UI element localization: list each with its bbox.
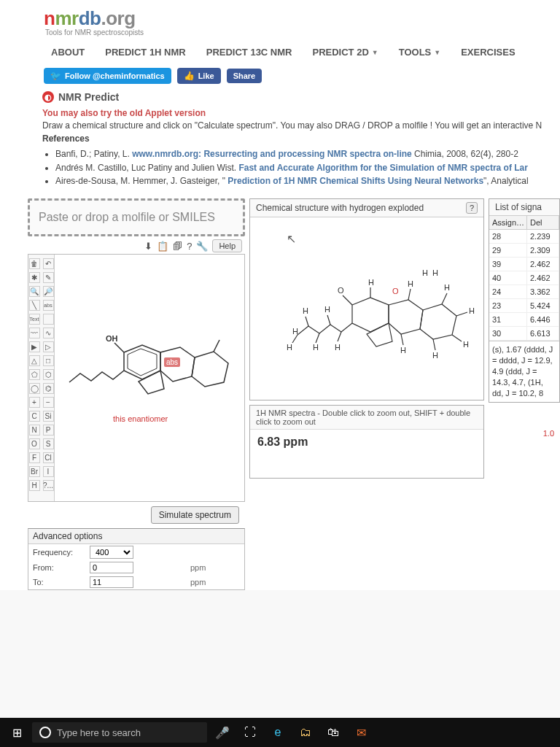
editor-toolbar: 🗑↶ ✱✎ 🔍🔎 ╲abs Text 〰∿ ▶▷ △□ ⬠⬡ ◯⌬ +− CSi… bbox=[28, 255, 55, 501]
pentagon-icon[interactable]: ⬠ bbox=[29, 369, 40, 380]
ref-link-3[interactable]: Prediction of 1H NMR Chemical Shifts Usi… bbox=[228, 176, 483, 186]
help-icon[interactable]: ? bbox=[187, 241, 192, 252]
site-logo[interactable]: nmrdb.org bbox=[44, 7, 144, 30]
nav-tools[interactable]: TOOLS▼ bbox=[399, 47, 440, 58]
copy-icon[interactable]: 🗐 bbox=[173, 241, 182, 252]
hexagon-icon[interactable]: ⬡ bbox=[43, 369, 54, 380]
atom-cl[interactable]: Cl bbox=[43, 452, 54, 463]
plus-icon[interactable]: + bbox=[29, 397, 40, 408]
atom-o[interactable]: O bbox=[29, 438, 40, 449]
svg-line-14 bbox=[452, 335, 462, 341]
svg-text:H: H bbox=[287, 343, 292, 352]
atom-s[interactable]: S bbox=[43, 438, 54, 449]
old-applet-link[interactable]: You may also try the old Applet version bbox=[42, 108, 206, 118]
signals-title: List of signa bbox=[495, 202, 542, 212]
integral-label: 1.0 bbox=[489, 407, 560, 441]
nav-exercises[interactable]: EXERCISES bbox=[461, 47, 515, 58]
chain-tool[interactable]: 〰 bbox=[29, 328, 40, 338]
nav-predict-13c[interactable]: PREDICT 13C NMR bbox=[206, 47, 292, 58]
triangle-tool[interactable]: ▷ bbox=[43, 341, 54, 352]
abs-tool[interactable]: abs bbox=[43, 300, 54, 311]
up-triangle-icon[interactable]: △ bbox=[29, 355, 40, 366]
svg-text:H: H bbox=[313, 343, 319, 352]
svg-text:H: H bbox=[432, 351, 438, 360]
signals-table-body: 282.239292.309392.462402.462243.362235.4… bbox=[489, 230, 559, 341]
signals-table-header: Assign… Del bbox=[489, 216, 559, 230]
col-assign[interactable]: Assign… bbox=[489, 216, 527, 229]
clipboard-icon[interactable]: 📋 bbox=[157, 241, 168, 252]
nav-about[interactable]: ABOUT bbox=[51, 47, 85, 58]
exploded-title: Chemical structure with hydrogen explode… bbox=[256, 203, 424, 213]
atom-n[interactable]: N bbox=[29, 425, 40, 436]
svg-text:O: O bbox=[338, 286, 344, 295]
text-tool[interactable]: Text bbox=[29, 314, 40, 325]
table-row[interactable]: 292.309 bbox=[489, 244, 559, 258]
svg-text:H: H bbox=[292, 327, 298, 336]
main-nav: ABOUT PREDICT 1H NMR PREDICT 13C NMR PRE… bbox=[0, 36, 560, 65]
heptagon-icon[interactable]: ◯ bbox=[29, 383, 40, 394]
col-delta[interactable]: Del bbox=[527, 216, 559, 229]
bond-tool[interactable]: ╲ bbox=[29, 300, 40, 311]
minus-icon[interactable]: − bbox=[43, 397, 54, 408]
atom-si[interactable]: Si bbox=[43, 411, 54, 422]
svg-marker-8 bbox=[420, 304, 456, 339]
help-icon[interactable]: ? bbox=[466, 202, 478, 214]
download-icon[interactable]: ⬇ bbox=[144, 241, 152, 252]
frequency-label: Frequency: bbox=[33, 548, 84, 557]
dropzone-placeholder: Paste or drop a molfile or SMILES bbox=[39, 211, 215, 224]
wave-tool[interactable]: ∿ bbox=[43, 328, 54, 338]
nav-predict-1h[interactable]: PREDICT 1H NMR bbox=[105, 47, 186, 58]
frequency-select[interactable]: 400 bbox=[90, 546, 133, 559]
benzene-icon[interactable]: ⌬ bbox=[43, 383, 54, 394]
trash-icon[interactable]: 🗑 bbox=[29, 258, 40, 269]
triangle-up-tool[interactable]: ▶ bbox=[29, 341, 40, 352]
ref-link-2[interactable]: Fast and Accurate Algorithm for the Simu… bbox=[238, 163, 528, 173]
svg-line-15 bbox=[433, 339, 435, 350]
thumbs-up-icon: 👍 bbox=[184, 71, 195, 81]
svg-text:H: H bbox=[368, 278, 374, 287]
atom-i[interactable]: I bbox=[43, 466, 54, 477]
to-input[interactable] bbox=[90, 576, 133, 588]
zoom-in-icon[interactable]: 🔍 bbox=[29, 286, 40, 297]
simulate-button[interactable]: Simulate spectrum bbox=[151, 506, 239, 524]
from-input[interactable] bbox=[90, 562, 133, 573]
atom-p[interactable]: P bbox=[43, 425, 54, 436]
atom-more[interactable]: ?... bbox=[43, 480, 54, 491]
help-button[interactable]: Help bbox=[212, 239, 242, 252]
undo-icon[interactable]: ↶ bbox=[43, 258, 54, 269]
ppm-readout: 6.83 ppm bbox=[250, 430, 483, 478]
nav-predict-2d[interactable]: PREDICT 2D▼ bbox=[312, 47, 378, 58]
svg-line-4 bbox=[114, 343, 124, 352]
zoom-out-icon[interactable]: 🔎 bbox=[43, 286, 54, 297]
structure-editor[interactable]: 🗑↶ ✱✎ 🔍🔎 ╲abs Text 〰∿ ▶▷ △□ ⬠⬡ ◯⌬ +− CSi… bbox=[28, 254, 245, 502]
enantiomer-label: this enantiomer bbox=[113, 414, 168, 423]
molfile-dropzone[interactable]: Paste or drop a molfile or SMILES bbox=[28, 198, 245, 236]
table-row[interactable]: 306.613 bbox=[489, 327, 559, 341]
atom-br[interactable]: Br bbox=[29, 466, 40, 477]
pencil-icon[interactable]: ✎ bbox=[43, 272, 54, 283]
advanced-title[interactable]: Advanced options bbox=[28, 529, 244, 544]
oh-label: OH bbox=[106, 334, 118, 343]
table-row[interactable]: 402.462 bbox=[489, 271, 559, 285]
ref-link-1[interactable]: www.nmrdb.org: Resurrecting and processi… bbox=[132, 149, 412, 159]
atom-h[interactable]: H bbox=[29, 480, 40, 491]
table-row[interactable]: 316.446 bbox=[489, 313, 559, 327]
table-row[interactable]: 235.424 bbox=[489, 299, 559, 313]
snowflake-icon[interactable]: ✱ bbox=[29, 272, 40, 283]
table-row[interactable]: 282.239 bbox=[489, 230, 559, 244]
exploded-structure-view[interactable]: O H H H H H H H HH HH HH O HH bbox=[250, 217, 483, 400]
table-row[interactable]: 392.462 bbox=[489, 258, 559, 271]
svg-text:H: H bbox=[469, 306, 475, 315]
fb-share-button[interactable]: Share bbox=[227, 69, 262, 83]
wrench-icon[interactable]: 🔧 bbox=[196, 241, 208, 252]
twitter-follow-button[interactable]: 🐦Follow @cheminformatics bbox=[44, 68, 171, 84]
logo-part-org: .org bbox=[101, 7, 135, 29]
fb-like-button[interactable]: 👍Like bbox=[177, 68, 221, 84]
atom-f[interactable]: F bbox=[29, 452, 40, 463]
logo-part-db: db bbox=[79, 7, 101, 29]
square-icon[interactable]: □ bbox=[43, 355, 54, 366]
atom-c[interactable]: C bbox=[29, 411, 40, 422]
table-row[interactable]: 243.362 bbox=[489, 285, 559, 299]
abs-label: abs bbox=[164, 357, 180, 367]
editor-canvas[interactable]: OH abs this enantiomer bbox=[55, 255, 244, 501]
